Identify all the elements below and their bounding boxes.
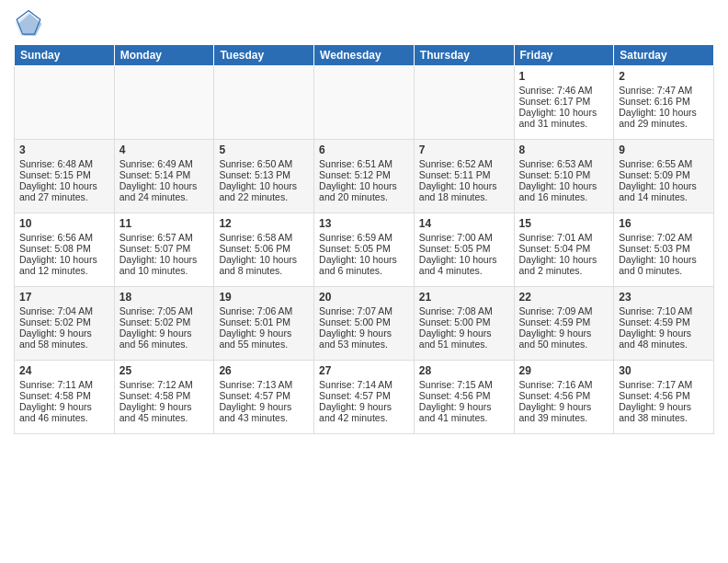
day-info-line: Daylight: 10 hours and 24 minutes. (119, 180, 210, 202)
calendar-day-cell: 10Sunrise: 6:56 AMSunset: 5:08 PMDayligh… (15, 213, 115, 287)
day-info-line: Daylight: 10 hours and 20 minutes. (319, 180, 409, 202)
day-info-line: Daylight: 9 hours and 38 minutes. (619, 401, 709, 423)
day-info-line: Sunrise: 6:49 AM (119, 158, 210, 169)
calendar-day-cell: 6Sunrise: 6:51 AMSunset: 5:12 PMDaylight… (314, 140, 415, 213)
calendar-day-cell: 8Sunrise: 6:53 AMSunset: 5:10 PMDaylight… (514, 140, 614, 213)
calendar-day-cell: 27Sunrise: 7:14 AMSunset: 4:57 PMDayligh… (314, 361, 415, 434)
calendar-week-row: 3Sunrise: 6:48 AMSunset: 5:15 PMDaylight… (15, 140, 714, 213)
calendar-weekday-header: Monday (114, 45, 214, 66)
day-info-line: Sunrise: 7:08 AM (419, 305, 509, 316)
day-number: 7 (419, 144, 509, 156)
calendar-day-cell: 19Sunrise: 7:06 AMSunset: 5:01 PMDayligh… (214, 287, 314, 361)
day-number: 3 (19, 144, 109, 156)
day-info-line: Sunset: 5:04 PM (519, 243, 609, 254)
day-info-line: Sunrise: 7:46 AM (519, 85, 609, 96)
day-info-line: Daylight: 9 hours and 46 minutes. (19, 401, 109, 423)
day-info-line: Daylight: 9 hours and 51 minutes. (419, 327, 509, 350)
day-info-line: Sunset: 5:08 PM (19, 243, 109, 254)
day-info-line: Daylight: 9 hours and 41 minutes. (419, 401, 509, 423)
day-info-line: Sunset: 5:11 PM (419, 169, 509, 180)
day-number: 4 (119, 144, 210, 156)
day-info-line: Daylight: 10 hours and 12 minutes. (19, 254, 109, 276)
day-info-line: Sunrise: 7:12 AM (119, 379, 210, 390)
day-info-line: Sunset: 4:56 PM (519, 390, 609, 401)
calendar-weekday-header: Wednesday (314, 45, 415, 66)
calendar-day-cell: 16Sunrise: 7:02 AMSunset: 5:03 PMDayligh… (614, 213, 714, 287)
day-info-line: Sunset: 5:15 PM (19, 169, 109, 180)
day-info-line: Daylight: 9 hours and 45 minutes. (119, 401, 210, 423)
calendar-day-cell: 21Sunrise: 7:08 AMSunset: 5:00 PMDayligh… (414, 287, 514, 361)
logo-icon (14, 9, 43, 39)
calendar-day-cell: 9Sunrise: 6:55 AMSunset: 5:09 PMDaylight… (614, 140, 714, 213)
calendar-day-cell: 24Sunrise: 7:11 AMSunset: 4:58 PMDayligh… (15, 361, 115, 434)
calendar-day-cell: 15Sunrise: 7:01 AMSunset: 5:04 PMDayligh… (514, 213, 614, 287)
day-number: 9 (619, 144, 709, 156)
calendar-day-cell: 3Sunrise: 6:48 AMSunset: 5:15 PMDaylight… (15, 140, 115, 213)
day-info-line: Daylight: 10 hours and 14 minutes. (619, 180, 709, 202)
day-info-line: Sunset: 5:12 PM (319, 169, 409, 180)
calendar-day-cell: 28Sunrise: 7:15 AMSunset: 4:56 PMDayligh… (414, 361, 514, 434)
day-info-line: Daylight: 9 hours and 42 minutes. (319, 401, 409, 423)
day-info-line: Daylight: 9 hours and 50 minutes. (519, 327, 609, 350)
day-info-line: Sunset: 4:58 PM (19, 390, 109, 401)
day-number: 29 (519, 364, 609, 377)
day-number: 25 (119, 364, 210, 377)
calendar-day-cell: 14Sunrise: 7:00 AMSunset: 5:05 PMDayligh… (414, 213, 514, 287)
calendar-table: SundayMondayTuesdayWednesdayThursdayFrid… (14, 44, 714, 434)
day-info-line: Sunrise: 6:50 AM (219, 158, 309, 169)
day-info-line: Sunset: 5:02 PM (19, 316, 109, 327)
day-info-line: Daylight: 10 hours and 27 minutes. (19, 180, 109, 202)
day-info-line: Daylight: 9 hours and 55 minutes. (219, 327, 309, 350)
calendar-day-cell: 2Sunrise: 7:47 AMSunset: 6:16 PMDaylight… (614, 66, 714, 140)
day-number: 18 (119, 291, 210, 304)
day-info-line: Sunrise: 6:48 AM (19, 158, 109, 169)
calendar-header-row: SundayMondayTuesdayWednesdayThursdayFrid… (15, 45, 714, 66)
day-number: 19 (219, 291, 309, 304)
day-number: 20 (319, 291, 409, 304)
day-info-line: Sunrise: 7:14 AM (319, 379, 409, 390)
calendar-week-row: 10Sunrise: 6:56 AMSunset: 5:08 PMDayligh… (15, 213, 714, 287)
day-info-line: Sunset: 4:58 PM (119, 390, 210, 401)
day-number: 27 (319, 364, 409, 377)
day-info-line: Sunrise: 7:09 AM (519, 305, 609, 316)
day-info-line: Sunrise: 6:59 AM (319, 232, 409, 243)
day-info-line: Sunset: 5:14 PM (119, 169, 210, 180)
day-info-line: Sunset: 5:10 PM (519, 169, 609, 180)
day-info-line: Sunrise: 7:11 AM (19, 379, 109, 390)
calendar-week-row: 17Sunrise: 7:04 AMSunset: 5:02 PMDayligh… (15, 287, 714, 361)
calendar-day-cell: 13Sunrise: 6:59 AMSunset: 5:05 PMDayligh… (314, 213, 415, 287)
day-number: 13 (319, 217, 409, 230)
day-info-line: Daylight: 10 hours and 22 minutes. (219, 180, 309, 202)
calendar-weekday-header: Tuesday (214, 45, 314, 66)
day-number: 8 (519, 144, 609, 156)
calendar-day-cell (214, 66, 314, 140)
day-info-line: Sunset: 5:05 PM (319, 243, 409, 254)
calendar-week-row: 1Sunrise: 7:46 AMSunset: 6:17 PMDaylight… (15, 66, 714, 140)
day-info-line: Sunrise: 7:17 AM (619, 379, 709, 390)
day-info-line: Sunrise: 6:52 AM (419, 158, 509, 169)
day-number: 26 (219, 364, 309, 377)
day-info-line: Daylight: 10 hours and 10 minutes. (119, 254, 210, 276)
day-info-line: Daylight: 9 hours and 43 minutes. (219, 401, 309, 423)
day-info-line: Sunset: 5:03 PM (619, 243, 709, 254)
day-number: 17 (19, 291, 109, 304)
calendar-day-cell: 11Sunrise: 6:57 AMSunset: 5:07 PMDayligh… (114, 213, 214, 287)
day-info-line: Sunset: 5:09 PM (619, 169, 709, 180)
day-info-line: Sunrise: 6:55 AM (619, 158, 709, 169)
day-info-line: Sunset: 4:59 PM (619, 316, 709, 327)
calendar-day-cell (114, 66, 214, 140)
day-info-line: Sunset: 4:59 PM (519, 316, 609, 327)
day-info-line: Sunrise: 7:10 AM (619, 305, 709, 316)
day-number: 22 (519, 291, 609, 304)
calendar-day-cell: 23Sunrise: 7:10 AMSunset: 4:59 PMDayligh… (614, 287, 714, 361)
day-number: 23 (619, 291, 709, 304)
day-number: 28 (419, 364, 509, 377)
day-info-line: Sunset: 4:56 PM (419, 390, 509, 401)
calendar-day-cell: 12Sunrise: 6:58 AMSunset: 5:06 PMDayligh… (214, 213, 314, 287)
day-info-line: Daylight: 10 hours and 8 minutes. (219, 254, 309, 276)
day-info-line: Sunrise: 7:06 AM (219, 305, 309, 316)
day-info-line: Daylight: 10 hours and 4 minutes. (419, 254, 509, 276)
calendar-weekday-header: Friday (514, 45, 614, 66)
day-info-line: Sunrise: 6:56 AM (19, 232, 109, 243)
day-info-line: Sunset: 6:16 PM (619, 96, 709, 107)
